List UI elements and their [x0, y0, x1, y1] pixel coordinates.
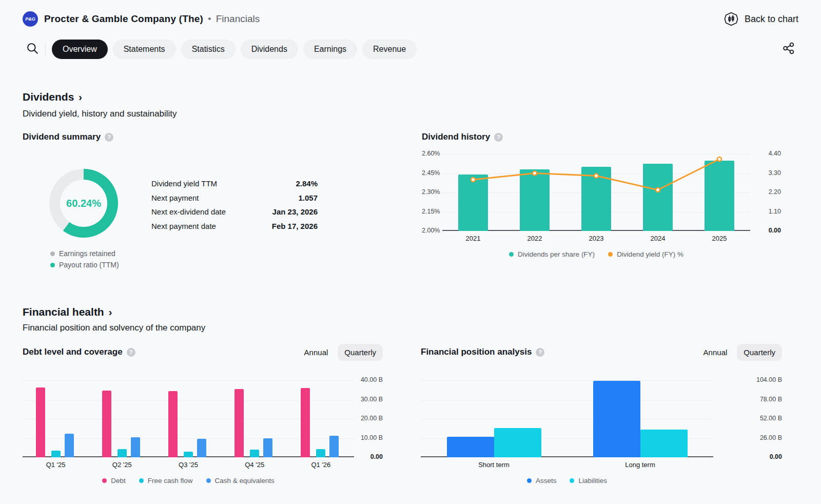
dividends-section-subtitle: Dividend yield, history and sustainabili…	[23, 109, 177, 119]
toggle-annual[interactable]: Annual	[298, 344, 335, 361]
y-tick: 2.20	[750, 188, 781, 196]
tab-list: OverviewStatementsStatisticsDividendsEar…	[52, 40, 422, 59]
divider	[45, 43, 46, 56]
bar-debt	[301, 388, 310, 457]
legend-label: Earnings retained	[59, 249, 115, 258]
payout-ratio-donut: 60.24%	[49, 169, 118, 238]
kv-value: 2.84%	[296, 179, 318, 188]
kv-value: 1.057	[298, 193, 318, 202]
debt-level-chart: 40.00 B30.00 B20.00 B10.00 B0.00Q1 '25Q2…	[23, 380, 383, 484]
back-to-chart-button[interactable]: Back to chart	[724, 11, 798, 27]
donut-legend-item[interactable]: Payout ratio (TTM)	[50, 261, 119, 269]
debt-period-toggle: Annual Quarterly	[23, 344, 383, 361]
chevron-right-icon: ›	[79, 91, 82, 103]
financial-health-section-link[interactable]: Financial health ›	[23, 306, 112, 318]
y-tick: 10.00 B	[354, 434, 383, 441]
tab-overview[interactable]: Overview	[52, 40, 108, 59]
kv-value: Feb 17, 2026	[272, 222, 318, 230]
search-icon	[26, 42, 39, 57]
kv-label: Dividend yield TTM	[151, 179, 217, 188]
y-tick: 78.00 B	[713, 396, 782, 403]
legend-dot	[50, 251, 55, 256]
debt-wrap: 40.00 B30.00 B20.00 B10.00 B0.00Q1 '25Q2…	[23, 380, 383, 484]
x-label: Q4 '25	[245, 461, 264, 469]
chart-legend: DebtFree cash flowCash & equivalents	[23, 477, 354, 484]
toggle-quarterly[interactable]: Quarterly	[737, 344, 782, 361]
bar-free-cash-flow	[184, 452, 193, 457]
legend-item[interactable]: Liabilities	[570, 477, 607, 484]
legend-label: Cash & equivalents	[215, 477, 275, 484]
tab-earnings[interactable]: Earnings	[303, 40, 357, 59]
x-label: 2025	[712, 235, 727, 242]
legend-item[interactable]: Free cash flow	[139, 477, 193, 484]
right-axis: 40.00 B30.00 B20.00 B10.00 B0.00	[354, 380, 383, 457]
toggle-annual[interactable]: Annual	[697, 344, 734, 361]
dividend-summary-title: Dividend summary	[23, 132, 101, 142]
title-separator: •	[208, 13, 211, 25]
company-title: Procter & Gamble Company (The)	[44, 13, 203, 25]
tab-statements[interactable]: Statements	[113, 40, 176, 59]
legend-item[interactable]: Dividend yield (FY) %	[608, 250, 683, 258]
legend-item[interactable]: Cash & equivalents	[206, 477, 275, 484]
legend-label: Debt	[111, 477, 126, 484]
legend-label: Payout ratio (TTM)	[59, 261, 119, 269]
bar-cash-equivalents	[65, 434, 74, 458]
financial-position-chart: 104.00 B78.00 B52.00 B26.00 B0.00Short t…	[421, 380, 782, 484]
kv-label: Next payment date	[151, 222, 216, 230]
bar-debt	[168, 391, 178, 457]
dividends-section-title: Dividends	[23, 91, 74, 103]
legend-dot	[102, 478, 107, 483]
dividend-history-chart: 2.60%2.45%2.30%2.15%2.00%4.403.302.201.1…	[422, 154, 781, 258]
y-tick: 2.15%	[422, 208, 442, 215]
bar-free-cash-flow	[250, 450, 259, 457]
share-icon	[782, 42, 795, 57]
legend-dot	[527, 478, 532, 483]
position-period-toggle: Annual Quarterly	[421, 344, 782, 361]
bar-free-cash-flow	[316, 449, 325, 457]
back-to-chart-label: Back to chart	[745, 14, 798, 25]
help-icon[interactable]: ?	[105, 133, 113, 142]
tab-revenue[interactable]: Revenue	[362, 40, 417, 59]
legend-dot	[139, 478, 144, 483]
y-tick: 3.30	[750, 169, 781, 177]
x-label: Q1 '25	[46, 461, 66, 469]
x-axis: Short termLong term	[421, 461, 713, 472]
legend-item[interactable]: Assets	[527, 477, 557, 484]
chart-body: 40.00 B30.00 B20.00 B10.00 B0.00	[23, 380, 383, 457]
share-button[interactable]	[779, 40, 798, 59]
y-tick: 26.00 B	[713, 434, 782, 441]
legend-item[interactable]: Dividends per share (FY)	[509, 250, 595, 258]
x-label: Long term	[625, 461, 655, 469]
donut-legend-item[interactable]: Earnings retained	[50, 249, 119, 258]
kv-row: Next payment dateFeb 17, 2026	[151, 219, 318, 234]
financials-page: P&G Procter & Gamble Company (The) • Fin…	[0, 0, 821, 504]
chart-plot	[442, 154, 750, 231]
dividends-section-link[interactable]: Dividends ›	[23, 91, 82, 103]
legend-dot	[206, 478, 211, 483]
dividend-history-header: Dividend history ?	[422, 132, 503, 142]
legend-dot	[608, 252, 613, 257]
y-tick: 2.45%	[422, 169, 442, 177]
legend-item[interactable]: Debt	[102, 477, 126, 484]
tab-dividends[interactable]: Dividends	[241, 40, 298, 59]
tab-statistics[interactable]: Statistics	[181, 40, 236, 59]
line-series	[442, 154, 750, 231]
dividend-key-values: Dividend yield TTM2.84%Next payment1.057…	[151, 177, 318, 233]
left-axis: 2.60%2.45%2.30%2.15%2.00%	[422, 154, 442, 231]
x-label: Q3 '25	[179, 461, 198, 469]
bar-debt	[234, 389, 244, 457]
kv-row: Next payment1.057	[151, 191, 318, 205]
bar-debt	[102, 391, 111, 458]
gridline	[421, 419, 713, 419]
chart-legend: AssetsLiabilities	[421, 477, 713, 484]
x-axis: 20212022202320242025	[442, 235, 750, 246]
y-tick: 104.00 B	[713, 376, 782, 383]
chart-legend: Dividends per share (FY)Dividend yield (…	[442, 250, 750, 258]
dividend-history-title: Dividend history	[422, 132, 490, 142]
y-tick: 2.60%	[422, 150, 442, 157]
x-axis: Q1 '25Q2 '25Q3 '25Q4 '25Q1 '26	[23, 461, 354, 472]
position-wrap: 104.00 B78.00 B52.00 B26.00 B0.00Short t…	[421, 380, 782, 484]
help-icon[interactable]: ?	[494, 133, 503, 142]
toggle-quarterly[interactable]: Quarterly	[338, 344, 383, 361]
search-button[interactable]	[23, 40, 42, 59]
